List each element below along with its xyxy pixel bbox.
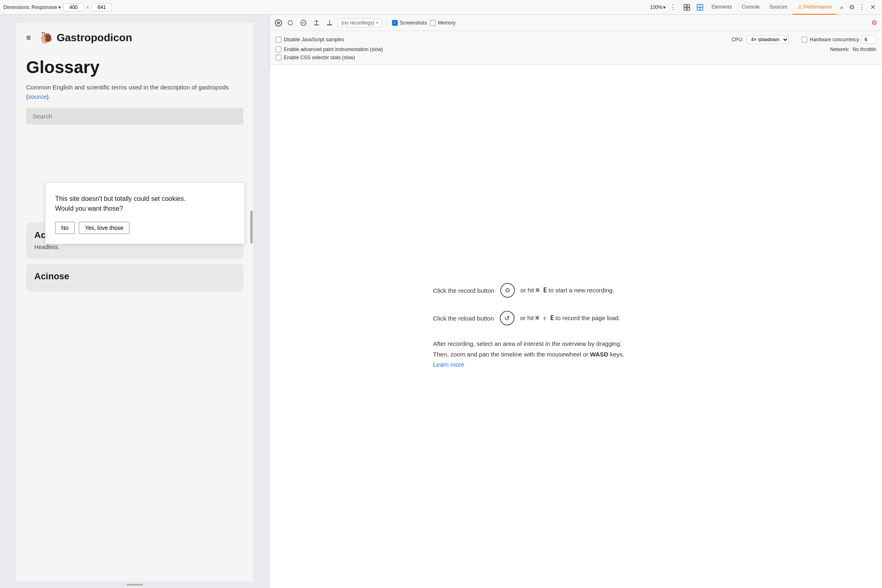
- screenshots-label: Screenshots: [400, 20, 427, 26]
- cursor-tool-button[interactable]: [680, 2, 693, 12]
- reload-instruction-text: or hit ⌘ ⇧ E to record the page load.: [520, 314, 620, 323]
- record-button[interactable]: [275, 19, 282, 27]
- more-tabs-icon: »: [840, 4, 843, 11]
- zoom-arrow: ▾: [663, 4, 666, 10]
- css-selector-checkbox[interactable]: [276, 55, 281, 60]
- learn-more-link[interactable]: Learn more: [433, 361, 465, 368]
- svg-rect-1: [687, 4, 690, 7]
- elements-tab-label: Elements: [711, 4, 732, 10]
- after-recording-line2-end: keys.: [608, 351, 624, 358]
- zoom-value: 100%: [650, 4, 663, 10]
- memory-checkbox[interactable]: [430, 20, 436, 26]
- disable-js-checkbox[interactable]: [276, 37, 281, 42]
- devtools-settings-button[interactable]: ⚙: [846, 2, 857, 13]
- hw-concurrency-label: Hardware concurrency: [810, 37, 859, 42]
- reload-prefix-text: Click the reload button: [433, 315, 494, 322]
- hw-concurrency-setting: Hardware concurrency: [802, 36, 876, 44]
- record-instruction-text: or hit ⌘ E to start a new recording.: [521, 286, 615, 295]
- browser-panel: ≡ 🐌 Gastropodicon Glossary Common Englis…: [0, 15, 270, 588]
- screenshots-checkbox-label[interactable]: Screenshots: [392, 20, 427, 26]
- source-link[interactable]: source: [28, 93, 47, 100]
- advanced-paint-label: Enable advanced paint instrumentation (s…: [284, 47, 383, 52]
- logo-text: Gastropodicon: [57, 31, 132, 44]
- record-dot-icon: [506, 288, 510, 292]
- after-recording-line2: Then, zoom and pan the timeline with the…: [433, 349, 719, 360]
- advanced-paint-checkbox[interactable]: [276, 47, 281, 52]
- tab-performance[interactable]: ⚠ Performance: [793, 0, 837, 15]
- cpu-label: CPU:: [732, 37, 744, 42]
- top-bar-left: Dimensions: Responsive ▾ × 100% ▾ ⋮: [3, 3, 678, 11]
- css-selector-check[interactable]: Enable CSS selector stats (slow): [276, 55, 355, 60]
- tab-console[interactable]: Console: [737, 0, 764, 15]
- record-prefix-text: Click the record button: [433, 287, 494, 294]
- dimensions-arrow: ▾: [58, 4, 61, 10]
- drag-handle[interactable]: [127, 584, 143, 586]
- width-input[interactable]: [63, 3, 84, 11]
- performance-tab-label: Performance: [804, 4, 832, 10]
- after-recording-text: After recording, select an area of inter…: [433, 339, 719, 370]
- options-row-1: Disable JavaScript samples CPU: 4× slowd…: [276, 35, 876, 44]
- top-bar: Dimensions: Responsive ▾ × 100% ▾ ⋮: [0, 0, 882, 15]
- dimensions-label[interactable]: Dimensions: Responsive ▾: [3, 4, 61, 10]
- site-header: ≡ 🐌 Gastropodicon: [16, 23, 253, 51]
- svg-rect-2: [684, 8, 686, 10]
- reload-instruction: Click the reload button ↺ or hit ⌘ ⇧ E t…: [433, 311, 719, 325]
- hamburger-icon[interactable]: ≡: [26, 33, 31, 42]
- reload-suffix: or hit: [520, 314, 536, 321]
- after-recording-line1: After recording, select an area of inter…: [433, 339, 719, 349]
- more-tabs-button[interactable]: »: [837, 2, 846, 12]
- cpu-dropdown[interactable]: 4× slowdown: [746, 35, 789, 44]
- topbar-more-button[interactable]: ⋮: [668, 3, 678, 11]
- reload-end: to record the page load.: [554, 314, 620, 321]
- css-selector-label: Enable CSS selector stats (slow): [284, 55, 355, 60]
- tab-elements[interactable]: Elements: [706, 0, 737, 15]
- inspect-icon: [697, 4, 703, 11]
- reload-keys: ⌘ ⇧ E: [535, 314, 554, 322]
- network-setting: Network: No throttlin: [830, 47, 876, 52]
- cpu-throttle-indicator: ·: [792, 37, 793, 42]
- network-label: Network:: [830, 47, 849, 52]
- options-row-3: Enable CSS selector stats (slow): [276, 55, 876, 60]
- site-content: Glossary Common English and scientific t…: [16, 51, 253, 131]
- screenshots-checkbox[interactable]: [392, 20, 398, 26]
- devtools-panel: (no recordings) ▾ Screenshots Memory ⚙ D…: [270, 15, 882, 588]
- svg-rect-3: [687, 8, 690, 10]
- zoom-control[interactable]: 100% ▾: [650, 4, 666, 10]
- devtools-close-button[interactable]: ✕: [867, 2, 879, 13]
- search-input[interactable]: [26, 108, 243, 125]
- recordings-arrow: ▾: [376, 20, 378, 25]
- clear-icon: [300, 20, 307, 26]
- reload-record-button[interactable]: [285, 19, 295, 27]
- list-item: Acinose: [26, 264, 243, 292]
- cookie-no-button[interactable]: No: [55, 222, 75, 234]
- cookie-line1: This site doesn't but totally could set …: [55, 195, 186, 202]
- inspect-element-button[interactable]: [693, 2, 706, 12]
- hw-concurrency-checkbox[interactable]: [802, 37, 807, 42]
- cookie-buttons: No Yes, love those: [55, 222, 235, 234]
- site-logo: 🐌 Gastropodicon: [39, 31, 132, 45]
- download-button[interactable]: [325, 19, 334, 27]
- tab-sources[interactable]: Sources: [764, 0, 792, 15]
- record-keys: ⌘ E: [536, 287, 547, 294]
- advanced-paint-check[interactable]: Enable advanced paint instrumentation (s…: [276, 47, 383, 52]
- scrollbar-thumb[interactable]: [250, 211, 253, 243]
- cookie-yes-button[interactable]: Yes, love those: [79, 222, 129, 234]
- description-text: Common English and scientific terms used…: [26, 84, 229, 100]
- cursor-icon: [684, 4, 690, 11]
- hw-concurrency-input[interactable]: [862, 36, 876, 44]
- performance-toolbar: (no recordings) ▾ Screenshots Memory ⚙: [270, 15, 882, 31]
- after-recording-line2-text: Then, zoom and pan the timeline with the…: [433, 351, 590, 358]
- warning-icon: ⚠: [797, 4, 802, 10]
- clear-button[interactable]: [298, 19, 308, 27]
- svg-rect-0: [684, 4, 686, 7]
- disable-js-check[interactable]: Disable JavaScript samples: [276, 37, 344, 42]
- record-suffix: or hit: [521, 287, 536, 294]
- performance-settings-icon[interactable]: ⚙: [871, 19, 877, 27]
- recordings-dropdown[interactable]: (no recordings) ▾: [338, 18, 382, 27]
- devtools-more-button[interactable]: ⋮: [857, 3, 867, 11]
- memory-checkbox-label[interactable]: Memory: [430, 20, 455, 26]
- reload-icon: [287, 20, 294, 26]
- height-input[interactable]: [91, 3, 112, 11]
- upload-button[interactable]: [312, 19, 321, 27]
- main-area: ≡ 🐌 Gastropodicon Glossary Common Englis…: [0, 15, 882, 588]
